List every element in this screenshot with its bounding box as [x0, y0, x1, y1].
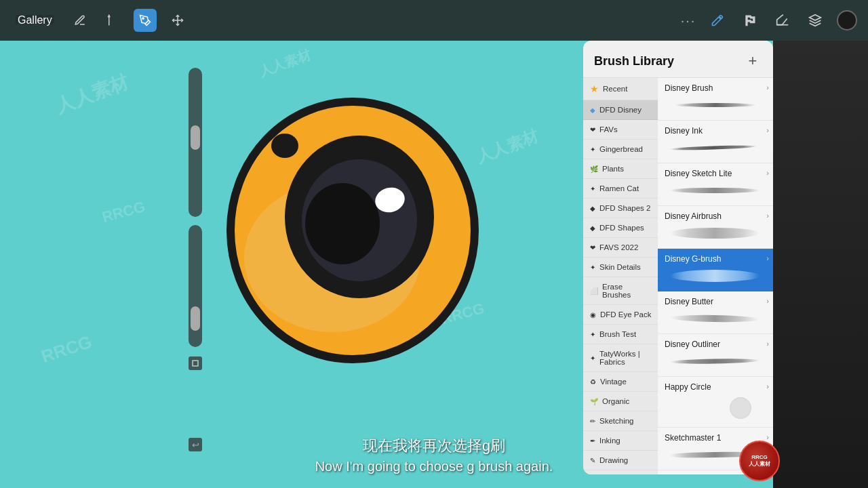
brush-disney-butter[interactable]: Disney Butter ›	[658, 291, 773, 334]
modify-tool-button[interactable]	[68, 9, 92, 32]
brush-disney-butter-name: Disney Butter	[665, 297, 766, 306]
left-sidebar: ↩	[189, 68, 206, 407]
logo-brand: RRCG	[749, 454, 770, 461]
brush-disney-airbrush-preview	[665, 224, 766, 243]
category-favs2022-label: FAVS 2022	[599, 243, 638, 251]
category-erase-brushes[interactable]: ⬜ Erase Brushes	[583, 277, 658, 305]
category-list: ★ Recent ◆ DFD Disney ❤ FAVs ✦ Gingerbre…	[583, 78, 658, 474]
top-bar-center: ···	[677, 9, 700, 32]
category-organic[interactable]: 🌱 Organic	[583, 392, 658, 411]
dfd-shapes-icon: ◆	[590, 224, 595, 232]
subtitle-chinese: 现在我将再次选择g刷	[0, 436, 868, 456]
brush-disney-outliner[interactable]: Disney Outliner ›	[658, 334, 773, 377]
brush-add-button[interactable]: +	[743, 52, 762, 70]
right-panel-background	[773, 41, 868, 488]
category-dfd-shapes-label: DFD Shapes	[599, 224, 644, 232]
more-options-button[interactable]: ···	[677, 9, 700, 32]
brush-disney-sketch-lite-preview	[665, 181, 766, 200]
bottom-logo: RRCG 人人素材	[739, 441, 780, 481]
category-dfd-shapes2[interactable]: ◆ DFD Shapes 2	[583, 199, 658, 218]
brush-edit-icon-1: ›	[766, 126, 769, 134]
skin-details-icon: ✦	[590, 264, 595, 271]
brush-disney-brush[interactable]: Disney Brush ›	[658, 78, 773, 121]
square-button[interactable]	[189, 357, 202, 370]
move-tool-button[interactable]	[166, 9, 189, 32]
category-taty-works-label: TatyWorks | Fabrics	[599, 350, 652, 366]
category-gingerbread[interactable]: ✦ Gingerbread	[583, 140, 658, 159]
canvas-drawing	[217, 68, 502, 380]
category-favs-label: FAVs	[599, 125, 618, 134]
logo-circle: RRCG 人人素材	[739, 441, 780, 481]
brush-disney-ink[interactable]: Disney Ink ›	[658, 121, 773, 163]
brush-right-icon[interactable]	[707, 9, 728, 31]
top-bar-left: Gallery	[11, 9, 670, 32]
favs2022-icon: ❤	[590, 244, 595, 251]
category-taty-works[interactable]: ✦ TatyWorks | Fabrics	[583, 344, 658, 372]
brush-test-icon: ✦	[590, 331, 595, 338]
category-vintage-label: Vintage	[600, 378, 627, 386]
brush-happy-circle[interactable]: Happy Circle ›	[658, 377, 773, 428]
category-dfd-shapes[interactable]: ◆ DFD Shapes	[583, 218, 658, 238]
ramen-cat-icon: ✦	[590, 185, 595, 192]
erase-right-icon[interactable]	[772, 9, 793, 31]
category-organic-label: Organic	[602, 397, 629, 405]
watermark-3: RRCG	[39, 331, 94, 367]
subtitle-english: Now I'm going to choose g brush again.	[0, 459, 868, 474]
brush-disney-sketch-lite[interactable]: Disney Sketch Lite ›	[658, 163, 773, 206]
brush-tool-button[interactable]	[134, 9, 157, 32]
layers-right-icon[interactable]	[804, 9, 826, 31]
category-vintage[interactable]: ♻ Vintage	[583, 372, 658, 392]
brush-edit-icon-5: ›	[766, 297, 769, 305]
category-dfd-eye-pack[interactable]: ◉ DFD Eye Pack	[583, 305, 658, 325]
category-brush-test[interactable]: ✦ Brush Test	[583, 325, 658, 344]
category-erase-brushes-label: Erase Brushes	[602, 283, 652, 299]
brush-library-panel: Brush Library + ★ Recent ◆ DFD Disney ❤ …	[583, 41, 773, 474]
brush-edit-icon-7: ›	[766, 382, 769, 390]
gallery-button[interactable]: Gallery	[11, 10, 59, 30]
taty-works-icon: ✦	[590, 354, 595, 362]
svg-point-8	[142, 18, 144, 19]
watermark-2: RRCG	[100, 198, 147, 226]
category-favs[interactable]: ❤ FAVs	[583, 120, 658, 140]
category-plants[interactable]: 🌿 Plants	[583, 159, 658, 179]
brush-library-header: Brush Library +	[583, 41, 773, 78]
gingerbread-icon: ✦	[590, 146, 595, 153]
svg-point-5	[305, 183, 380, 264]
plants-icon: 🌿	[590, 165, 598, 173]
category-plants-label: Plants	[602, 165, 624, 173]
category-dfd-shapes2-label: DFD Shapes 2	[599, 204, 650, 212]
dfd-shapes2-icon: ◆	[590, 205, 595, 212]
brush-disney-g-brush[interactable]: Disney G-brush ›	[658, 249, 773, 291]
brush-disney-brush-name: Disney Brush	[665, 83, 766, 93]
category-skin-details-label: Skin Details	[599, 263, 641, 271]
brush-disney-ink-name: Disney Ink	[665, 126, 766, 136]
logo-text: 人人素材	[749, 461, 770, 468]
recent-star-icon: ★	[590, 83, 599, 94]
category-sketching[interactable]: ✏ Sketching	[583, 411, 658, 431]
erase-brushes-icon: ⬜	[590, 287, 598, 295]
smudge-right-icon[interactable]	[739, 9, 761, 31]
color-picker-button[interactable]	[837, 10, 857, 30]
brush-size-thumb[interactable]	[191, 125, 200, 150]
category-dfd-disney[interactable]: ◆ DFD Disney	[583, 100, 658, 120]
opacity-slider[interactable]	[189, 225, 202, 347]
brush-library-title: Brush Library	[594, 54, 674, 68]
category-recent[interactable]: ★ Recent	[583, 78, 658, 100]
opacity-thumb[interactable]	[191, 306, 200, 331]
brush-happy-circle-name: Happy Circle	[665, 382, 766, 392]
brush-disney-airbrush-name: Disney Airbrush	[665, 211, 766, 221]
brush-disney-sketch-lite-name: Disney Sketch Lite	[665, 169, 766, 178]
selection-tool-button[interactable]	[101, 9, 124, 32]
brush-disney-outliner-preview	[665, 352, 766, 371]
category-ramen-cat[interactable]: ✦ Ramen Cat	[583, 179, 658, 199]
category-favs2022[interactable]: ❤ FAVS 2022	[583, 238, 658, 258]
svg-marker-12	[810, 15, 821, 20]
brush-edit-icon-3: ›	[766, 211, 769, 220]
brush-disney-airbrush[interactable]: Disney Airbrush ›	[658, 206, 773, 249]
category-skin-details[interactable]: ✦ Skin Details	[583, 258, 658, 277]
top-bar-right	[707, 9, 857, 31]
brush-size-slider[interactable]	[189, 68, 202, 217]
watermark-1: 人人素材	[52, 69, 132, 119]
sketching-icon: ✏	[590, 418, 595, 425]
subtitle-area: 现在我将再次选择g刷 Now I'm going to choose g bru…	[0, 436, 868, 474]
